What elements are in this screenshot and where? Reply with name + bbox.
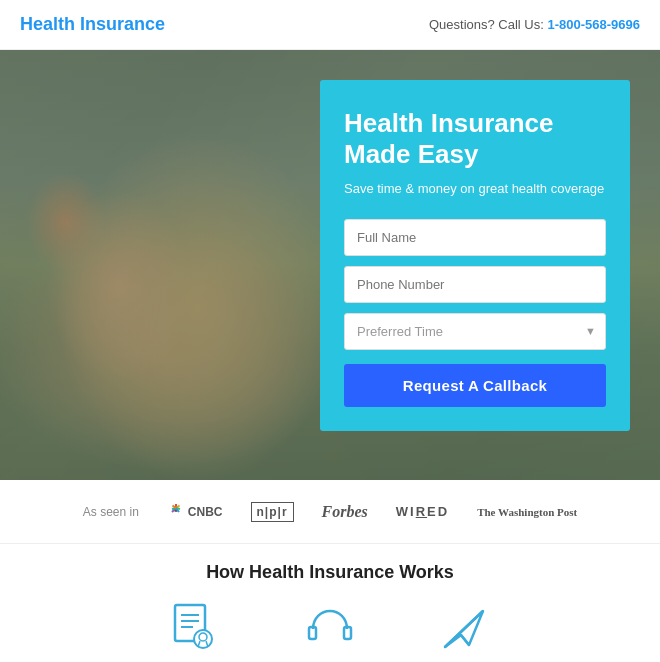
wired-logo: WIRED (396, 504, 449, 519)
how-section: How Health Insurance Works (0, 544, 660, 662)
forbes-logo: Forbes (322, 503, 368, 521)
headphones-step (303, 601, 357, 659)
document-icon (169, 601, 223, 659)
contact-info: Questions? Call Us: 1-800-568-9696 (429, 17, 640, 32)
wired-text: WIRED (396, 504, 449, 519)
hero-subtitle: Save time & money on great health covera… (344, 180, 606, 198)
press-label: As seen in (83, 505, 139, 519)
svg-line-19 (461, 635, 469, 645)
contact-label: Questions? Call Us: (429, 17, 544, 32)
preferred-time-select[interactable]: Preferred Time Morning Afternoon Evening (344, 313, 606, 350)
npr-text: n|p|r (257, 505, 288, 519)
form-panel: Health Insurance Made Easy Save time & m… (320, 80, 630, 431)
cnbc-peacock-icon (167, 503, 185, 521)
how-title: How Health Insurance Works (20, 562, 640, 583)
wapo-text: The Washington Post (477, 506, 577, 518)
press-bar: As seen in CNBC n|p|r Forbes WIRED The W… (0, 480, 660, 544)
document-step (169, 601, 223, 659)
headphones-icon (303, 601, 357, 659)
svg-line-20 (445, 611, 483, 647)
fullname-input[interactable] (344, 219, 606, 256)
cnbc-logo: CNBC (167, 503, 223, 521)
phone-input[interactable] (344, 266, 606, 303)
hero-heading: Health Insurance Made Easy (344, 108, 606, 170)
send-step (437, 601, 491, 659)
phone-link[interactable]: 1-800-568-9696 (547, 17, 640, 32)
preferred-time-wrapper: Preferred Time Morning Afternoon Evening… (344, 313, 606, 350)
forbes-text: Forbes (322, 503, 368, 521)
callback-button[interactable]: Request A Callback (344, 364, 606, 407)
page-header: Health Insurance Questions? Call Us: 1-8… (0, 0, 660, 50)
site-logo[interactable]: Health Insurance (20, 14, 165, 35)
cnbc-text: CNBC (188, 505, 223, 519)
hero-section: Health Insurance Made Easy Save time & m… (0, 50, 660, 480)
how-icons-row (20, 601, 640, 659)
wapo-logo: The Washington Post (477, 506, 577, 518)
npr-logo: n|p|r (251, 502, 294, 522)
send-icon (437, 601, 491, 659)
